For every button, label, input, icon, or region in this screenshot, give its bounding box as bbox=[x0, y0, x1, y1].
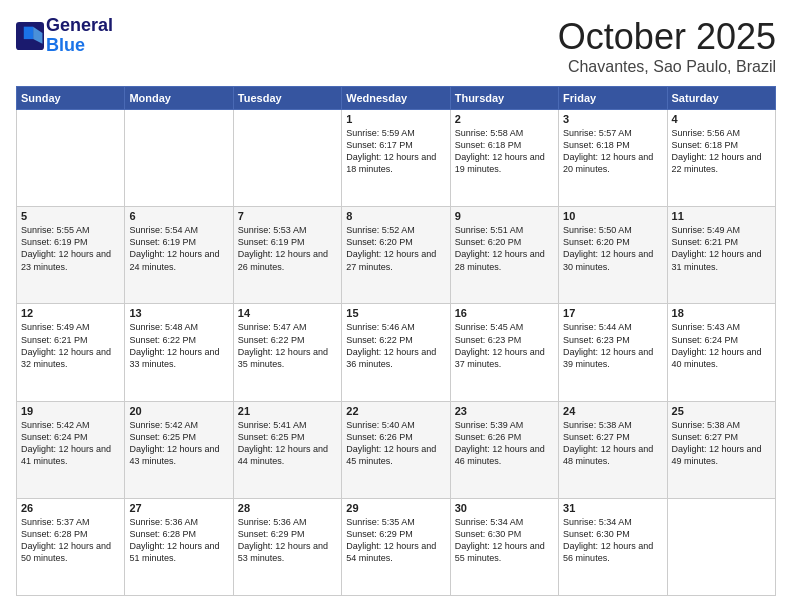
calendar-week-row: 12Sunrise: 5:49 AM Sunset: 6:21 PM Dayli… bbox=[17, 304, 776, 401]
calendar-cell: 3Sunrise: 5:57 AM Sunset: 6:18 PM Daylig… bbox=[559, 110, 667, 207]
calendar-cell bbox=[667, 498, 775, 595]
day-number: 28 bbox=[238, 502, 337, 514]
cell-details: Sunrise: 5:42 AM Sunset: 6:24 PM Dayligh… bbox=[21, 419, 120, 468]
page: General Blue October 2025 Chavantes, Sao… bbox=[0, 0, 792, 612]
calendar-cell: 18Sunrise: 5:43 AM Sunset: 6:24 PM Dayli… bbox=[667, 304, 775, 401]
calendar-week-row: 5Sunrise: 5:55 AM Sunset: 6:19 PM Daylig… bbox=[17, 207, 776, 304]
day-number: 19 bbox=[21, 405, 120, 417]
calendar-cell: 27Sunrise: 5:36 AM Sunset: 6:28 PM Dayli… bbox=[125, 498, 233, 595]
cell-details: Sunrise: 5:49 AM Sunset: 6:21 PM Dayligh… bbox=[21, 321, 120, 370]
calendar-cell: 8Sunrise: 5:52 AM Sunset: 6:20 PM Daylig… bbox=[342, 207, 450, 304]
calendar-day-header: Saturday bbox=[667, 87, 775, 110]
calendar-cell: 22Sunrise: 5:40 AM Sunset: 6:26 PM Dayli… bbox=[342, 401, 450, 498]
day-number: 11 bbox=[672, 210, 771, 222]
day-number: 29 bbox=[346, 502, 445, 514]
calendar-cell: 6Sunrise: 5:54 AM Sunset: 6:19 PM Daylig… bbox=[125, 207, 233, 304]
cell-details: Sunrise: 5:59 AM Sunset: 6:17 PM Dayligh… bbox=[346, 127, 445, 176]
day-number: 25 bbox=[672, 405, 771, 417]
cell-details: Sunrise: 5:41 AM Sunset: 6:25 PM Dayligh… bbox=[238, 419, 337, 468]
day-number: 6 bbox=[129, 210, 228, 222]
cell-details: Sunrise: 5:52 AM Sunset: 6:20 PM Dayligh… bbox=[346, 224, 445, 273]
day-number: 9 bbox=[455, 210, 554, 222]
cell-details: Sunrise: 5:38 AM Sunset: 6:27 PM Dayligh… bbox=[563, 419, 662, 468]
calendar-cell: 25Sunrise: 5:38 AM Sunset: 6:27 PM Dayli… bbox=[667, 401, 775, 498]
calendar-cell: 17Sunrise: 5:44 AM Sunset: 6:23 PM Dayli… bbox=[559, 304, 667, 401]
cell-details: Sunrise: 5:58 AM Sunset: 6:18 PM Dayligh… bbox=[455, 127, 554, 176]
cell-details: Sunrise: 5:47 AM Sunset: 6:22 PM Dayligh… bbox=[238, 321, 337, 370]
main-title: October 2025 bbox=[558, 16, 776, 58]
day-number: 27 bbox=[129, 502, 228, 514]
day-number: 1 bbox=[346, 113, 445, 125]
day-number: 31 bbox=[563, 502, 662, 514]
cell-details: Sunrise: 5:50 AM Sunset: 6:20 PM Dayligh… bbox=[563, 224, 662, 273]
calendar-header-row: SundayMondayTuesdayWednesdayThursdayFrid… bbox=[17, 87, 776, 110]
cell-details: Sunrise: 5:38 AM Sunset: 6:27 PM Dayligh… bbox=[672, 419, 771, 468]
calendar-cell: 29Sunrise: 5:35 AM Sunset: 6:29 PM Dayli… bbox=[342, 498, 450, 595]
day-number: 14 bbox=[238, 307, 337, 319]
day-number: 22 bbox=[346, 405, 445, 417]
calendar-cell: 5Sunrise: 5:55 AM Sunset: 6:19 PM Daylig… bbox=[17, 207, 125, 304]
cell-details: Sunrise: 5:51 AM Sunset: 6:20 PM Dayligh… bbox=[455, 224, 554, 273]
calendar-cell bbox=[125, 110, 233, 207]
calendar-cell: 15Sunrise: 5:46 AM Sunset: 6:22 PM Dayli… bbox=[342, 304, 450, 401]
day-number: 17 bbox=[563, 307, 662, 319]
day-number: 2 bbox=[455, 113, 554, 125]
day-number: 24 bbox=[563, 405, 662, 417]
calendar-cell bbox=[17, 110, 125, 207]
calendar-cell: 20Sunrise: 5:42 AM Sunset: 6:25 PM Dayli… bbox=[125, 401, 233, 498]
logo-line1: General bbox=[46, 16, 113, 36]
day-number: 15 bbox=[346, 307, 445, 319]
day-number: 21 bbox=[238, 405, 337, 417]
calendar-cell: 9Sunrise: 5:51 AM Sunset: 6:20 PM Daylig… bbox=[450, 207, 558, 304]
header: General Blue October 2025 Chavantes, Sao… bbox=[16, 16, 776, 76]
cell-details: Sunrise: 5:49 AM Sunset: 6:21 PM Dayligh… bbox=[672, 224, 771, 273]
day-number: 7 bbox=[238, 210, 337, 222]
day-number: 12 bbox=[21, 307, 120, 319]
calendar-cell: 28Sunrise: 5:36 AM Sunset: 6:29 PM Dayli… bbox=[233, 498, 341, 595]
cell-details: Sunrise: 5:39 AM Sunset: 6:26 PM Dayligh… bbox=[455, 419, 554, 468]
calendar-week-row: 19Sunrise: 5:42 AM Sunset: 6:24 PM Dayli… bbox=[17, 401, 776, 498]
calendar-cell: 19Sunrise: 5:42 AM Sunset: 6:24 PM Dayli… bbox=[17, 401, 125, 498]
cell-details: Sunrise: 5:46 AM Sunset: 6:22 PM Dayligh… bbox=[346, 321, 445, 370]
calendar-cell: 11Sunrise: 5:49 AM Sunset: 6:21 PM Dayli… bbox=[667, 207, 775, 304]
calendar-cell: 12Sunrise: 5:49 AM Sunset: 6:21 PM Dayli… bbox=[17, 304, 125, 401]
calendar-cell: 26Sunrise: 5:37 AM Sunset: 6:28 PM Dayli… bbox=[17, 498, 125, 595]
calendar-week-row: 26Sunrise: 5:37 AM Sunset: 6:28 PM Dayli… bbox=[17, 498, 776, 595]
title-block: October 2025 Chavantes, Sao Paulo, Brazi… bbox=[558, 16, 776, 76]
cell-details: Sunrise: 5:35 AM Sunset: 6:29 PM Dayligh… bbox=[346, 516, 445, 565]
calendar-table: SundayMondayTuesdayWednesdayThursdayFrid… bbox=[16, 86, 776, 596]
calendar-cell: 13Sunrise: 5:48 AM Sunset: 6:22 PM Dayli… bbox=[125, 304, 233, 401]
calendar-cell: 1Sunrise: 5:59 AM Sunset: 6:17 PM Daylig… bbox=[342, 110, 450, 207]
calendar-day-header: Tuesday bbox=[233, 87, 341, 110]
cell-details: Sunrise: 5:34 AM Sunset: 6:30 PM Dayligh… bbox=[563, 516, 662, 565]
cell-details: Sunrise: 5:53 AM Sunset: 6:19 PM Dayligh… bbox=[238, 224, 337, 273]
calendar-cell: 24Sunrise: 5:38 AM Sunset: 6:27 PM Dayli… bbox=[559, 401, 667, 498]
day-number: 30 bbox=[455, 502, 554, 514]
cell-details: Sunrise: 5:55 AM Sunset: 6:19 PM Dayligh… bbox=[21, 224, 120, 273]
logo: General Blue bbox=[16, 16, 113, 56]
calendar-week-row: 1Sunrise: 5:59 AM Sunset: 6:17 PM Daylig… bbox=[17, 110, 776, 207]
calendar-cell: 16Sunrise: 5:45 AM Sunset: 6:23 PM Dayli… bbox=[450, 304, 558, 401]
cell-details: Sunrise: 5:37 AM Sunset: 6:28 PM Dayligh… bbox=[21, 516, 120, 565]
calendar-cell: 21Sunrise: 5:41 AM Sunset: 6:25 PM Dayli… bbox=[233, 401, 341, 498]
cell-details: Sunrise: 5:43 AM Sunset: 6:24 PM Dayligh… bbox=[672, 321, 771, 370]
cell-details: Sunrise: 5:40 AM Sunset: 6:26 PM Dayligh… bbox=[346, 419, 445, 468]
calendar-day-header: Sunday bbox=[17, 87, 125, 110]
calendar-day-header: Friday bbox=[559, 87, 667, 110]
calendar-cell: 31Sunrise: 5:34 AM Sunset: 6:30 PM Dayli… bbox=[559, 498, 667, 595]
calendar-cell: 10Sunrise: 5:50 AM Sunset: 6:20 PM Dayli… bbox=[559, 207, 667, 304]
cell-details: Sunrise: 5:44 AM Sunset: 6:23 PM Dayligh… bbox=[563, 321, 662, 370]
day-number: 23 bbox=[455, 405, 554, 417]
day-number: 10 bbox=[563, 210, 662, 222]
day-number: 16 bbox=[455, 307, 554, 319]
calendar-cell bbox=[233, 110, 341, 207]
day-number: 18 bbox=[672, 307, 771, 319]
cell-details: Sunrise: 5:36 AM Sunset: 6:28 PM Dayligh… bbox=[129, 516, 228, 565]
calendar-cell: 14Sunrise: 5:47 AM Sunset: 6:22 PM Dayli… bbox=[233, 304, 341, 401]
calendar-cell: 2Sunrise: 5:58 AM Sunset: 6:18 PM Daylig… bbox=[450, 110, 558, 207]
cell-details: Sunrise: 5:45 AM Sunset: 6:23 PM Dayligh… bbox=[455, 321, 554, 370]
calendar-cell: 7Sunrise: 5:53 AM Sunset: 6:19 PM Daylig… bbox=[233, 207, 341, 304]
calendar-cell: 23Sunrise: 5:39 AM Sunset: 6:26 PM Dayli… bbox=[450, 401, 558, 498]
day-number: 8 bbox=[346, 210, 445, 222]
day-number: 13 bbox=[129, 307, 228, 319]
